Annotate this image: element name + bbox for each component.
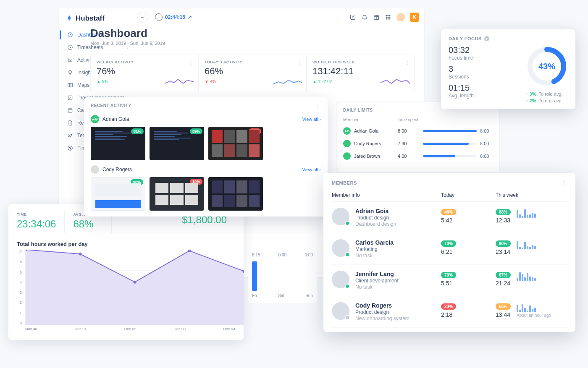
activity-pill: 48%	[441, 209, 456, 215]
more-icon[interactable]: ⋮	[189, 59, 195, 66]
more-icon[interactable]: ⋮	[561, 180, 567, 186]
member-row[interactable]: Carlos GarciaMarketingNo task 70%6:21 80…	[332, 233, 567, 265]
hubstaff-logo-icon	[66, 15, 73, 22]
clock-icon	[67, 44, 73, 50]
brand-name: Hubstaff	[76, 14, 105, 23]
daily-limits-card: DAILY LIMITS MemberTime spent AGAdrian G…	[336, 102, 500, 173]
stats-row: WEEKLY ACTIVITY 76% ▲ 9% ⋮ TODAY'S ACTIV…	[90, 55, 415, 92]
screenshot-thumb[interactable]: 90%	[91, 177, 145, 211]
logo[interactable]: Hubstaff	[59, 12, 132, 29]
hours-chart: 76543210 Nov 30Dec 01Dec 02Dec 03Dec 04	[17, 250, 235, 334]
svg-point-21	[79, 253, 82, 256]
back-button[interactable]: ←	[137, 12, 148, 23]
timeline-bar	[252, 261, 257, 291]
more-icon[interactable]: ⋮	[297, 59, 303, 66]
limit-bar	[423, 130, 477, 132]
bell-icon[interactable]	[361, 14, 368, 21]
avatar	[343, 140, 351, 147]
mini-bar-chart	[517, 239, 536, 249]
screenshot-thumb[interactable]: 81%	[91, 127, 145, 160]
mini-bar-chart	[517, 271, 536, 281]
avg-activity: 68%	[73, 218, 103, 230]
sparkline	[165, 76, 194, 88]
member-row[interactable]: Cody RogersProduct designNew onboarding …	[332, 296, 567, 328]
svg-point-14	[389, 17, 390, 18]
info-icon[interactable]: i	[484, 36, 489, 41]
svg-point-11	[389, 15, 390, 16]
screenshot-thumb[interactable]	[208, 177, 263, 211]
svg-rect-2	[68, 96, 72, 99]
sparkline	[273, 76, 302, 88]
activity-pill: 55%	[496, 303, 511, 310]
screenshot-thumb[interactable]: 89%	[150, 127, 204, 160]
screenshot-thumb[interactable]: 23%	[208, 127, 263, 160]
timeline-peek: 8:150:000:00 FriSatSun	[248, 248, 317, 303]
map-icon	[67, 82, 73, 88]
svg-point-10	[388, 15, 388, 16]
svg-point-5	[71, 134, 72, 136]
status-dot	[345, 284, 350, 289]
expand-icon: ↗	[188, 14, 192, 20]
status-dot	[345, 221, 350, 226]
activity-pill: 70%	[441, 272, 456, 278]
activity-pill: 68%	[496, 209, 511, 215]
stat-worked: WORKED THIS WEEK 131:42:11 ▲ 1:22:02 ⋮	[307, 55, 414, 92]
gift-icon[interactable]	[373, 14, 380, 21]
avatar	[332, 302, 349, 320]
recent-activity-card: RECENT ACTIVITY⋮ AG Adrian Goia View all…	[84, 97, 328, 217]
apps-icon[interactable]	[385, 14, 391, 21]
svg-point-12	[386, 17, 387, 18]
avatar	[91, 165, 99, 174]
screenshot-thumb[interactable]: 19%	[150, 177, 204, 211]
view-all-link[interactable]: View all ›	[302, 117, 321, 122]
daily-focus-card: DAILY FOCUS i 03:32Focus time 3Sessions …	[441, 29, 575, 109]
avatar: AG	[343, 127, 351, 135]
file-icon	[67, 120, 73, 126]
timer-value: 02:44:15	[165, 14, 185, 20]
top-icons: K	[349, 13, 419, 22]
svg-point-4	[69, 134, 71, 136]
total-time: 23:34:06	[17, 218, 56, 230]
status-dot	[345, 252, 350, 257]
daily-limit-row: Jared Brown4:006:00	[343, 152, 493, 160]
help-icon[interactable]	[349, 14, 356, 21]
member-row[interactable]: Jennifer LangClient developmentNo task 7…	[332, 265, 567, 296]
mini-bar-chart	[517, 302, 551, 312]
limit-bar	[423, 155, 477, 157]
more-icon[interactable]: ⋮	[405, 59, 411, 66]
view-all-link[interactable]: View all ›	[302, 167, 321, 172]
user-avatar[interactable]	[396, 13, 405, 21]
summary-card: TIME23:34:06 AVG. ACTIVITY68% $1,800.00 …	[8, 204, 244, 340]
recent-user-row: Cody Rogers View all ›	[91, 165, 321, 174]
limit-bar	[423, 143, 477, 145]
svg-point-9	[386, 15, 387, 16]
svg-point-16	[388, 18, 388, 19]
status-dot	[345, 315, 350, 320]
svg-point-22	[134, 281, 136, 284]
org-switcher[interactable]: K	[410, 13, 419, 22]
sparkline	[381, 76, 410, 88]
gauge-icon	[67, 32, 73, 38]
avatar	[343, 152, 351, 160]
mini-bar-chart	[517, 208, 536, 218]
avatar	[332, 239, 349, 257]
more-icon[interactable]: ⋮	[315, 103, 321, 110]
recent-user-row: AG Adrian Goia View all ›	[91, 115, 321, 123]
timer-widget[interactable]: 02:44:15 ↗	[155, 13, 192, 21]
bulb-icon	[67, 70, 73, 76]
member-row[interactable]: Adrian GoiaProduct designDashboard desig…	[332, 202, 567, 233]
stat-today: TODAY'S ACTIVITY 66% ▼ 4% ⋮	[199, 55, 307, 92]
svg-point-17	[389, 18, 390, 19]
dollar-icon	[67, 145, 73, 151]
stopwatch-icon	[155, 13, 163, 21]
avatar	[332, 271, 349, 288]
activity-pill: 70%	[441, 240, 456, 247]
activity-pill: 67%	[496, 272, 511, 278]
focus-compare: ↑ 3% To role avg. ↑ 2% To org. avg.	[526, 91, 568, 103]
check-square-icon	[67, 95, 73, 101]
daily-limit-row: AGAdrian Goia8:008:00	[343, 127, 493, 135]
daily-limit-row: Cody Rogers7:308:00	[343, 140, 493, 147]
svg-point-15	[386, 18, 387, 19]
svg-point-13	[388, 17, 388, 18]
svg-rect-3	[68, 109, 72, 112]
